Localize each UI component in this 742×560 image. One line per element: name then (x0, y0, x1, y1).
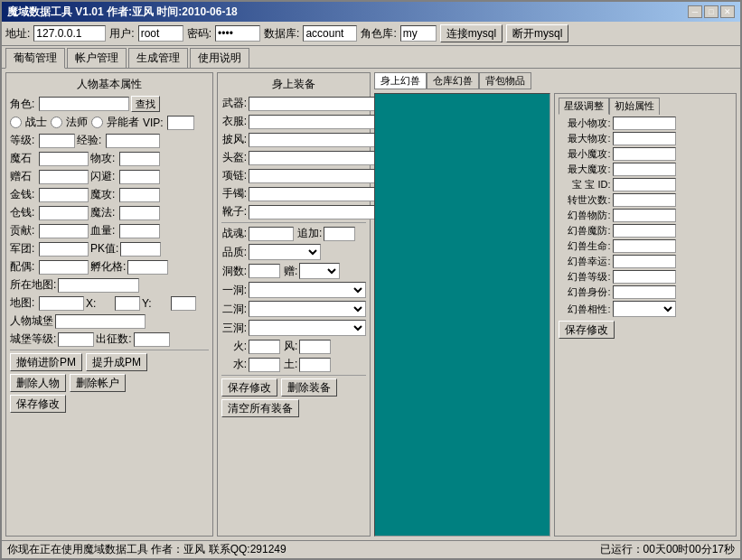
x-input[interactable] (115, 296, 140, 311)
clothes-input[interactable] (249, 115, 379, 129)
pet-phys-def-input[interactable] (613, 209, 676, 222)
warrior-radio[interactable] (10, 117, 22, 128)
pet-luck-input[interactable] (613, 255, 676, 268)
equip-tab-body[interactable]: 身上幻兽 (374, 72, 427, 89)
weapon-input[interactable] (249, 97, 379, 111)
map-pos-input[interactable] (58, 278, 139, 293)
boots-label: 靴子: (221, 204, 247, 219)
partner-input[interactable] (39, 260, 89, 275)
role-input[interactable] (39, 97, 129, 111)
role-db-input[interactable] (400, 25, 437, 42)
hatch-input[interactable] (127, 260, 168, 275)
left-panel-title: 人物基本属性 (10, 77, 209, 92)
tab-initial-attr[interactable]: 初始属性 (609, 98, 660, 115)
gem-input[interactable] (39, 170, 89, 184)
level-input[interactable] (39, 134, 75, 148)
user-input[interactable] (138, 25, 183, 42)
mid-panel-title: 身上装备 (221, 77, 366, 92)
min-magic-atk-input[interactable] (613, 147, 676, 161)
boots-input[interactable] (249, 205, 379, 219)
reborn-input[interactable] (613, 193, 676, 207)
min-phys-atk-input[interactable] (613, 117, 676, 130)
attack-input[interactable] (119, 152, 160, 166)
magic-atk-input[interactable] (119, 188, 160, 202)
find-button[interactable]: 查找 (131, 96, 160, 112)
delete-role-button[interactable]: 删除人物 (10, 374, 66, 392)
map-input[interactable] (39, 296, 84, 311)
quality-select[interactable] (249, 244, 321, 260)
gold-input[interactable] (39, 188, 89, 202)
level-label: 等级: (10, 133, 37, 148)
y-input[interactable] (171, 296, 196, 311)
save-button[interactable]: 保存修改 (10, 395, 66, 413)
vip-input[interactable] (167, 116, 194, 130)
connect-button[interactable]: 连接mysql (440, 24, 502, 42)
delete-equip-button[interactable]: 删除装备 (281, 378, 337, 397)
maximize-button[interactable]: □ (704, 5, 719, 18)
mage-radio[interactable] (51, 117, 62, 128)
dodge-input[interactable] (119, 170, 160, 184)
addr-input[interactable] (33, 25, 106, 42)
max-magic-atk-input[interactable] (613, 163, 676, 176)
pass-input[interactable] (215, 25, 260, 42)
tab-generate[interactable]: 生成管理 (128, 48, 188, 68)
pet-nature-select[interactable] (613, 301, 676, 317)
equip-tabs-bar: 身上幻兽 仓库幻兽 背包物品 (374, 72, 737, 89)
max-phys-atk-input[interactable] (613, 132, 676, 145)
wind-input[interactable] (299, 340, 331, 354)
cancel-pm-button[interactable]: 撤销进阶PM (10, 353, 82, 371)
army-input[interactable] (39, 242, 89, 257)
pet-level-label: 幻兽等级: (559, 270, 611, 284)
pet-magic-def-input[interactable] (613, 224, 676, 238)
warehouse-input[interactable] (39, 206, 89, 220)
hole3-select[interactable] (249, 320, 366, 336)
disconnect-button[interactable]: 断开mysql (506, 24, 568, 42)
magic-stone-input[interactable] (39, 152, 89, 166)
pet-hp-input[interactable] (613, 239, 676, 253)
clear-equip-button[interactable]: 清空所有装备 (221, 399, 299, 417)
add-label: 追加: (297, 226, 322, 241)
city-input[interactable] (55, 314, 146, 329)
close-button[interactable]: ✕ (720, 5, 735, 18)
necklace-input[interactable] (249, 169, 379, 183)
pet-level-input[interactable] (613, 270, 676, 284)
water-label: 水: (221, 357, 247, 372)
magic-def-input[interactable] (119, 206, 160, 220)
pk-input[interactable] (120, 242, 161, 257)
db-input[interactable] (303, 25, 357, 42)
earth-input[interactable] (299, 358, 331, 372)
tab-grape[interactable]: 葡萄管理 (5, 48, 65, 69)
delete-account-button[interactable]: 删除帐户 (70, 374, 126, 392)
pet-id-label: 宝 宝 ID: (559, 178, 611, 191)
save-star-button[interactable]: 保存修改 (559, 321, 615, 339)
tab-star[interactable]: 星级调整 (559, 98, 609, 115)
strange-radio[interactable] (91, 117, 103, 128)
hole2-select[interactable] (249, 301, 366, 317)
equip-tab-bag[interactable]: 背包物品 (479, 72, 531, 89)
cloak-input[interactable] (249, 133, 379, 147)
exp-input[interactable] (106, 134, 160, 148)
add-input[interactable] (324, 227, 355, 241)
gift-select[interactable] (299, 263, 340, 279)
hp-input[interactable] (119, 224, 160, 238)
helmet-input[interactable] (249, 151, 379, 165)
upgrade-pm-button[interactable]: 提升成PM (86, 353, 147, 371)
battle-soul-input[interactable] (249, 227, 294, 241)
holes-input[interactable] (249, 264, 280, 278)
pet-id-input[interactable] (613, 178, 676, 191)
mage-label: 法师 (66, 115, 88, 130)
minimize-button[interactable]: ─ (688, 5, 702, 18)
city-level-input[interactable] (58, 332, 94, 347)
map-pos-label: 所在地图: (10, 277, 56, 293)
bracelet-input[interactable] (249, 187, 379, 201)
tab-account[interactable]: 帐户管理 (67, 48, 127, 68)
water-input[interactable] (249, 358, 280, 372)
save-equip-button[interactable]: 保存修改 (221, 378, 277, 397)
tab-help[interactable]: 使用说明 (190, 48, 249, 68)
pet-identity-input[interactable] (613, 285, 676, 299)
honor-input[interactable] (39, 224, 89, 238)
fire-input[interactable] (249, 340, 280, 354)
expedition-input[interactable] (134, 332, 170, 347)
hole1-select[interactable] (249, 282, 366, 298)
equip-tab-warehouse[interactable]: 仓库幻兽 (427, 72, 479, 89)
